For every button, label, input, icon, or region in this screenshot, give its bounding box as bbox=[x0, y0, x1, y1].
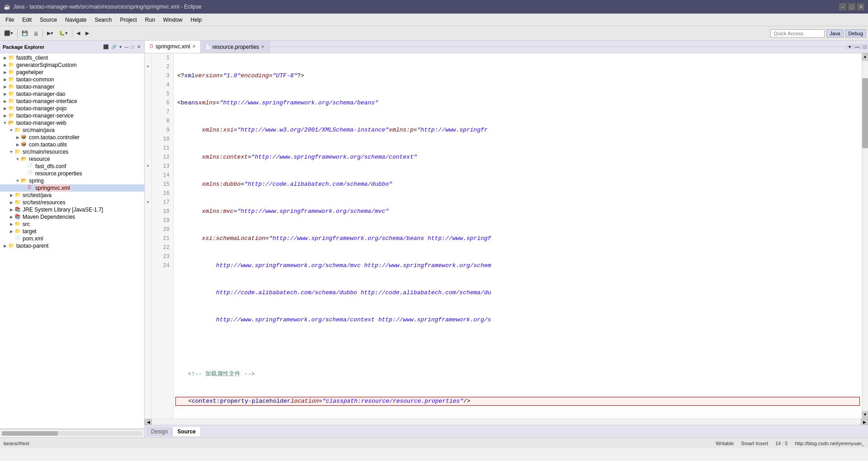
tree-item-target[interactable]: ▶ 📁 target bbox=[0, 228, 144, 235]
toolbar-separator-3 bbox=[72, 29, 72, 38]
sidebar-view-menu[interactable]: ▾ bbox=[118, 44, 123, 50]
tab-resource-close[interactable]: ✕ bbox=[261, 44, 264, 49]
sidebar-tools: ⬛ 🔗 ▾ — □ ✕ bbox=[102, 44, 142, 50]
tab-springmvc-close[interactable]: ✕ bbox=[192, 44, 196, 49]
indicator-10 bbox=[145, 135, 151, 144]
tree-item-controller-pkg[interactable]: ▶ 📦 com.taotao.controller bbox=[0, 134, 144, 141]
horizontal-scrollbar[interactable]: ◀ ▶ bbox=[145, 419, 868, 425]
tree-label: taotao-parent bbox=[16, 243, 48, 249]
tree-item-springmvc-xml[interactable]: 🗒 springmvc.xml bbox=[0, 184, 144, 192]
tree-item-common[interactable]: ▶ 📁 taotao-common bbox=[0, 76, 144, 83]
tree-label: src/main/resources bbox=[23, 149, 68, 155]
menu-project[interactable]: Project bbox=[116, 15, 140, 24]
tree-item-src-test-java[interactable]: ▶ 📁 src/test/java bbox=[0, 192, 144, 199]
menu-search[interactable]: Search bbox=[91, 15, 115, 24]
tree-label: src/main/java bbox=[23, 127, 55, 133]
sidebar-maximize[interactable]: □ bbox=[131, 44, 135, 50]
sidebar: Package Explorer ⬛ 🔗 ▾ — □ ✕ ▶ 📁 fastdfs… bbox=[0, 41, 145, 437]
print-button[interactable]: 🖨 bbox=[31, 29, 41, 38]
code-content[interactable]: <?xml version="1.0" encoding="UTF-8"?> <… bbox=[174, 53, 862, 419]
quick-access-input[interactable] bbox=[770, 29, 825, 38]
title-bar-controls[interactable]: – □ ✕ bbox=[839, 3, 864, 10]
tree-item-service[interactable]: ▶ 📁 taotao-manager-service bbox=[0, 112, 144, 119]
run-button[interactable]: ▶▾ bbox=[45, 29, 56, 38]
tree-item-pagehelper[interactable]: ▶ 📁 pagehelper bbox=[0, 69, 144, 76]
tree-item-src-test-resources[interactable]: ▶ 📁 src/test/resources bbox=[0, 199, 144, 206]
tree-item-src-main-resources[interactable]: ▼ 📁 src/main/resources bbox=[0, 148, 144, 155]
expand-arrow: ▶ bbox=[8, 193, 14, 198]
xml-attr: xmlns:p bbox=[389, 126, 414, 135]
prev-button[interactable]: ◀ bbox=[74, 29, 82, 38]
tree-item-parent[interactable]: ▶ 📁 taotao-parent bbox=[0, 242, 144, 249]
indicator-12 bbox=[145, 153, 151, 162]
save-button[interactable]: 💾 bbox=[19, 29, 30, 38]
menu-help[interactable]: Help bbox=[187, 15, 206, 24]
tree-item-resource-properties[interactable]: 📄 resource.properties bbox=[0, 170, 144, 177]
code-line-10: http://www.springframework.org/schema/co… bbox=[175, 315, 860, 325]
tree-item-fastdfs[interactable]: ▶ 📁 fastdfs_client bbox=[0, 54, 144, 61]
menu-source[interactable]: Source bbox=[36, 15, 61, 24]
indicator-3 bbox=[145, 71, 151, 80]
tree-item-pom[interactable]: 📄 pom.xml bbox=[0, 235, 144, 242]
new-button[interactable]: ⬛▾ bbox=[2, 29, 15, 38]
expand-arrow: ▶ bbox=[14, 135, 21, 140]
maximize-button[interactable]: □ bbox=[848, 3, 855, 10]
xml-attr: encoding bbox=[241, 71, 269, 80]
tab-source[interactable]: Source bbox=[173, 427, 201, 436]
tree-item-jre[interactable]: ▶ 📚 JRE System Library [JavaSE-1.7] bbox=[0, 206, 144, 213]
java-perspective-button[interactable]: Java bbox=[826, 29, 843, 38]
editor-maximize[interactable]: □ bbox=[861, 44, 868, 49]
toolbar-separator-2 bbox=[42, 29, 43, 38]
tree-item-web[interactable]: ▼ 📂 taotao-manager-web bbox=[0, 119, 144, 127]
tree-item-generatorsqlmap[interactable]: ▶ 📁 generatorSqlmapCustom bbox=[0, 61, 144, 69]
tree-item-resource-folder[interactable]: ▼ 📂 resource bbox=[0, 155, 144, 163]
sidebar-link-editor[interactable]: 🔗 bbox=[110, 44, 118, 50]
expand-arrow: ▶ bbox=[2, 70, 8, 75]
menu-file[interactable]: File bbox=[2, 15, 18, 24]
tree-item-interface[interactable]: ▶ 📁 taotao-manager-interface bbox=[0, 98, 144, 105]
minimize-button[interactable]: – bbox=[839, 3, 846, 10]
tree-item-fast-dfs[interactable]: 📄 fast_dfs.conf bbox=[0, 163, 144, 170]
tree-item-utils-pkg[interactable]: ▶ 📦 com.taotao.utils bbox=[0, 141, 144, 148]
next-button[interactable]: ▶ bbox=[83, 29, 91, 38]
tree-label: taotao-manager-service bbox=[16, 113, 74, 119]
scroll-up-button[interactable]: ▲ bbox=[862, 53, 868, 61]
tree-item-maven-deps[interactable]: ▶ 📚 Maven Dependencies bbox=[0, 213, 144, 221]
src-icon: 📁 bbox=[14, 192, 22, 198]
close-button[interactable]: ✕ bbox=[857, 3, 864, 10]
debug-button[interactable]: 🐛▾ bbox=[57, 29, 70, 38]
vertical-scrollbar[interactable]: ▲ ▼ bbox=[862, 53, 868, 419]
sidebar-collapse-all[interactable]: ⬛ bbox=[102, 44, 109, 50]
indicator-13: ➤ bbox=[145, 162, 151, 171]
tab-springmvc[interactable]: 🗒 springmvc.xml ✕ bbox=[145, 41, 201, 53]
sidebar-minimize[interactable]: — bbox=[123, 44, 130, 50]
tree-item-src-main-java[interactable]: ▼ 📁 src/main/java bbox=[0, 127, 144, 134]
debug-perspective-button[interactable]: Debug bbox=[845, 29, 866, 38]
editor-view-menu[interactable]: ▾ bbox=[846, 44, 853, 49]
tab-design[interactable]: Design bbox=[146, 427, 173, 436]
xml-val: http://www.springframework.org/schema/mv… bbox=[216, 261, 491, 270]
code-editor[interactable]: ➤ ➤ ➤ bbox=[145, 53, 868, 419]
menu-run[interactable]: Run bbox=[142, 15, 159, 24]
scroll-down-button[interactable]: ▼ bbox=[862, 411, 868, 419]
tree-item-pojo[interactable]: ▶ 📁 taotao-manager-pojo bbox=[0, 105, 144, 112]
sidebar-close[interactable]: ✕ bbox=[136, 44, 142, 50]
scroll-right-button[interactable]: ▶ bbox=[861, 419, 868, 425]
menu-window[interactable]: Window bbox=[160, 15, 186, 24]
scroll-track[interactable] bbox=[862, 61, 868, 411]
editor-minimize[interactable]: — bbox=[853, 44, 861, 49]
tree-label: target bbox=[23, 228, 37, 235]
props-icon: 📄 bbox=[27, 170, 34, 177]
tree-item-dao[interactable]: ▶ 📁 taotao-manager-dao bbox=[0, 90, 144, 98]
xml-val: "http://code.alibabatech.com/schema/dubb… bbox=[244, 180, 392, 189]
code-line-8: http://www.springframework.org/schema/mv… bbox=[175, 261, 860, 270]
tree-label: com.taotao.controller bbox=[29, 134, 80, 141]
tree-item-spring-folder[interactable]: ▼ 📂 spring bbox=[0, 177, 144, 184]
scroll-left-button[interactable]: ◀ bbox=[145, 419, 152, 425]
tree-label: src/test/java bbox=[23, 192, 52, 198]
tree-item-src[interactable]: ▶ 📁 src bbox=[0, 221, 144, 228]
tab-resource-props[interactable]: 📄 resource.properties ✕ bbox=[201, 41, 269, 53]
menu-edit[interactable]: Edit bbox=[19, 15, 35, 24]
menu-navigate[interactable]: Navigate bbox=[61, 15, 90, 24]
tree-item-manager[interactable]: ▶ 📁 taotao-manager bbox=[0, 83, 144, 90]
